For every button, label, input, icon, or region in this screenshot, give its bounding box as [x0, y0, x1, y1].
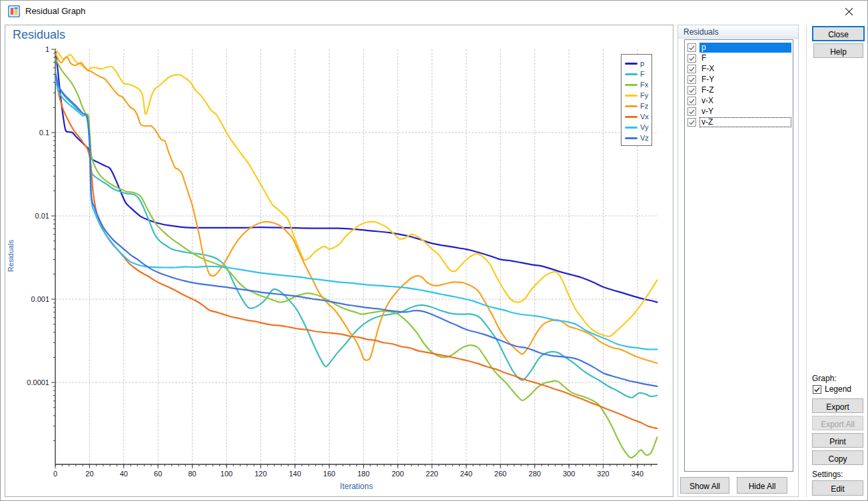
x-axis-label: Iterations — [256, 482, 456, 491]
svg-text:0: 0 — [53, 470, 57, 478]
y-axis-label: Residuals — [7, 209, 15, 302]
legend-entry-Vy: Vy — [622, 122, 651, 133]
svg-text:180: 180 — [357, 470, 369, 478]
axes — [55, 49, 657, 464]
residual-item-v-X[interactable]: v-X — [686, 95, 791, 106]
legend-checkbox-row[interactable]: Legend — [813, 384, 851, 394]
svg-text:320: 320 — [597, 470, 609, 478]
legend-label: Fx — [640, 81, 648, 89]
residual-checkbox[interactable] — [687, 75, 696, 84]
residual-checkbox[interactable] — [687, 65, 696, 73]
series-line-Fz — [55, 53, 657, 364]
series-line-Fy — [55, 50, 657, 336]
legend-label: Vy — [640, 124, 648, 131]
legend-swatch-icon — [625, 63, 638, 65]
residual-checkbox[interactable] — [687, 43, 696, 52]
show-all-button[interactable]: Show All — [680, 477, 729, 494]
series-line-p — [55, 49, 657, 302]
residual-item-F-Y[interactable]: F-Y — [686, 74, 791, 85]
copy-button[interactable]: Copy — [812, 450, 863, 465]
legend-swatch-icon — [625, 84, 638, 86]
legend-entry-Fz: Fz — [622, 101, 651, 111]
hide-all-button[interactable]: Hide All — [737, 477, 787, 494]
legend-label: p — [640, 60, 644, 67]
legend-label: Fy — [640, 92, 648, 99]
svg-text:0.001: 0.001 — [31, 295, 49, 303]
legend-swatch-icon — [625, 95, 638, 97]
residuals-list[interactable]: pFF-XF-YF-Zv-Xv-Yv-Z — [684, 39, 793, 472]
residual-item-p[interactable]: p — [686, 42, 791, 53]
residual-checkbox[interactable] — [687, 86, 696, 95]
residual-item-F[interactable]: F — [686, 53, 791, 63]
residuals-group-title: Residuals — [678, 25, 798, 39]
svg-text:340: 340 — [632, 470, 644, 478]
window-close-icon[interactable] — [835, 2, 862, 21]
svg-text:240: 240 — [460, 470, 472, 478]
svg-text:1: 1 — [45, 45, 49, 53]
graph-section-label: Graph: — [812, 374, 837, 383]
residual-chart: 0204060801001201401601802002202402602803… — [5, 25, 673, 496]
legend-entry-Vz: Vz — [622, 133, 651, 143]
svg-text:300: 300 — [563, 470, 575, 478]
residual-item-label[interactable]: p — [699, 43, 791, 53]
residual-checkbox[interactable] — [687, 107, 696, 116]
legend-checkbox-label: Legend — [825, 384, 851, 394]
svg-text:40: 40 — [120, 470, 128, 478]
svg-text:220: 220 — [426, 470, 438, 478]
legend-checkbox[interactable] — [813, 385, 821, 394]
series-lines — [55, 49, 657, 458]
svg-text:20: 20 — [85, 470, 93, 478]
vertical-divider — [806, 26, 807, 497]
grid-lines — [55, 49, 657, 464]
residual-item-F-X[interactable]: F-X — [686, 63, 791, 74]
close-button[interactable]: Close — [812, 26, 865, 41]
export-button[interactable]: Export — [812, 398, 863, 413]
svg-text:140: 140 — [289, 470, 301, 478]
svg-text:260: 260 — [494, 470, 506, 478]
chart-legend: pFFxFyFzVxVyVz — [621, 54, 652, 146]
residual-checkbox[interactable] — [687, 54, 696, 63]
window-title: Residual Graph — [25, 6, 85, 16]
residual-item-label[interactable]: F — [699, 53, 791, 63]
residual-item-v-Y[interactable]: v-Y — [686, 106, 791, 117]
svg-text:100: 100 — [220, 470, 232, 478]
residual-item-label[interactable]: v-Y — [699, 107, 791, 117]
legend-swatch-icon — [625, 116, 638, 118]
export-all-button: Export All — [812, 416, 863, 430]
svg-text:0.0001: 0.0001 — [27, 378, 49, 386]
series-line-Fx — [55, 59, 657, 458]
svg-text:80: 80 — [189, 470, 197, 478]
tick-marks — [51, 49, 651, 468]
svg-text:0.1: 0.1 — [39, 129, 49, 137]
chart-panel: Residuals 020406080100120140160180200220… — [5, 25, 673, 497]
series-line-Vx — [55, 75, 657, 429]
svg-text:120: 120 — [254, 470, 266, 478]
edit-button[interactable]: Edit — [812, 480, 863, 496]
series-line-F — [55, 71, 657, 398]
svg-text:280: 280 — [529, 470, 541, 478]
settings-section-label: Settings: — [812, 470, 843, 479]
legend-entry-Fy: Fy — [622, 90, 651, 101]
print-button[interactable]: Print — [812, 433, 863, 448]
title-bar: Residual Graph — [1, 1, 867, 22]
tick-labels: 0204060801001201401601802002202402602803… — [27, 45, 644, 478]
legend-swatch-icon — [625, 127, 638, 129]
legend-label: Vz — [640, 135, 649, 142]
residual-checkbox[interactable] — [687, 118, 696, 127]
residual-item-label[interactable]: v-Z — [699, 117, 791, 127]
legend-swatch-icon — [625, 73, 638, 75]
legend-swatch-icon — [625, 105, 638, 107]
help-button[interactable]: Help — [813, 43, 863, 58]
residual-item-label[interactable]: F-Z — [699, 85, 791, 95]
residual-checkbox[interactable] — [687, 97, 696, 105]
svg-text:160: 160 — [323, 470, 335, 478]
residual-item-label[interactable]: v-X — [699, 96, 791, 106]
legend-label: Vx — [640, 113, 649, 121]
residuals-group: Residuals pFF-XF-YF-Zv-Xv-Yv-Z — [677, 25, 799, 497]
residual-item-F-Z[interactable]: F-Z — [686, 85, 791, 95]
residual-item-v-Z[interactable]: v-Z — [686, 117, 791, 127]
residual-item-label[interactable]: F-X — [699, 64, 791, 74]
app-icon — [8, 5, 20, 17]
residual-item-label[interactable]: F-Y — [699, 75, 791, 85]
legend-label: F — [640, 71, 645, 78]
